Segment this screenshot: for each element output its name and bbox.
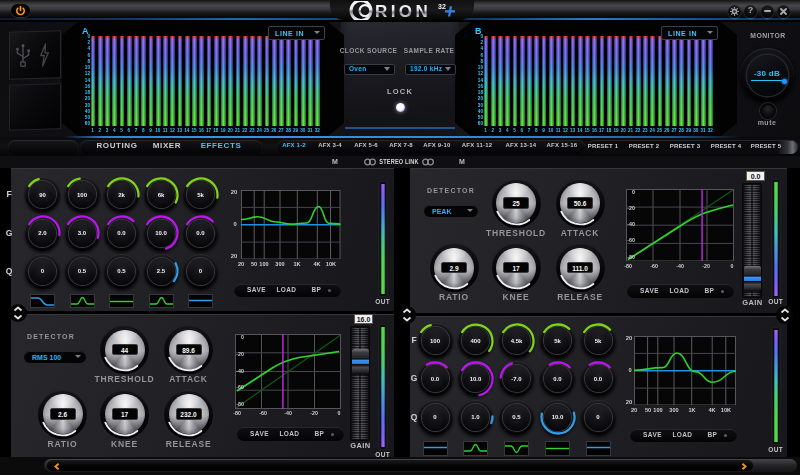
svg-text:RION: RION <box>375 1 431 19</box>
svg-text:+: + <box>442 1 458 20</box>
